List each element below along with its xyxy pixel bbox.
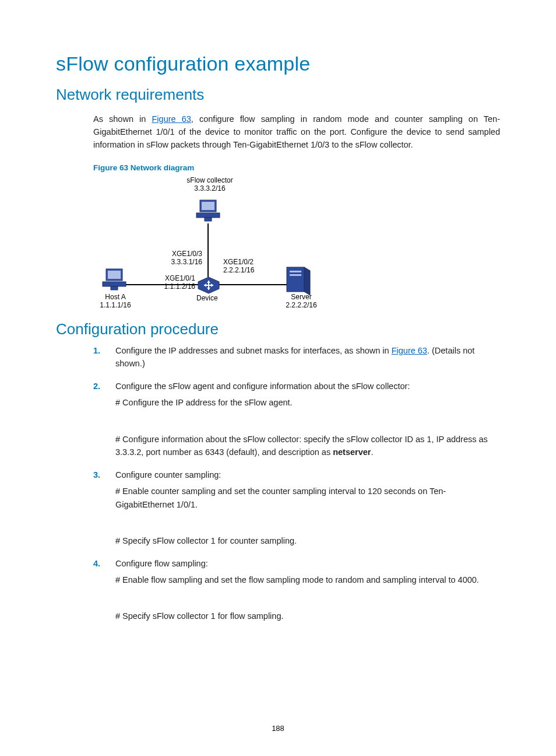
page-number: 188 [0, 724, 556, 733]
page-title: sFlow configuration example [56, 52, 500, 75]
step-1: 1. Configure the IP addresses and subnet… [93, 344, 500, 370]
step-subtext: # Configure the IP address for the sFlow… [115, 396, 500, 409]
diagram-label-xge2: XGE1/0/2 2.2.2.1/16 [223, 258, 254, 275]
step-number: 2. [93, 380, 100, 393]
step-lead: Configure the sFlow agent and configure … [115, 382, 410, 391]
diagram-label-xge1: XGE1/0/1 1.1.1.2/16 [154, 275, 195, 291]
figure-link[interactable]: Figure 63 [152, 114, 191, 124]
network-diagram: sFlow collector 3.3.3.2/16 XGE1/0/3 3.3.… [93, 177, 338, 311]
step-subtext: # Enable flow sampling and set the flow … [115, 573, 500, 586]
steps-list: 1. Configure the IP addresses and subnet… [93, 344, 500, 623]
configuration-procedure-body: 1. Configure the IP addresses and subnet… [93, 344, 500, 623]
section-heading-configuration-procedure: Configuration procedure [56, 320, 500, 338]
text: As shown in [93, 114, 152, 124]
section-heading-network-requirements: Network requirements [56, 86, 500, 104]
text: 3.3.3.2/16 [194, 184, 225, 192]
text: # Configure information about the sFlow … [115, 435, 488, 457]
step-subtext: # Specify sFlow collector 1 for counter … [115, 534, 500, 547]
text: sFlow collector [186, 176, 233, 184]
step-subtext: # Configure information about the sFlow … [115, 433, 500, 459]
text: Host A [105, 293, 125, 301]
text: 1.1.1.1/16 [100, 301, 131, 309]
svg-rect-8 [108, 271, 121, 279]
diagram-label-server: Server 2.2.2.2/16 [281, 293, 322, 310]
svg-rect-14 [290, 274, 301, 276]
step-3: 3. Configure counter sampling: # Enable … [93, 468, 500, 548]
network-requirements-body: As shown in Figure 63, configure flow sa… [93, 113, 500, 311]
text: XGE1/0/1 [165, 274, 195, 282]
text: XGE1/0/2 [223, 258, 254, 266]
step-number: 1. [93, 344, 100, 357]
svg-rect-13 [290, 271, 301, 272]
network-diagram-svg [93, 177, 338, 311]
text: . [371, 447, 374, 457]
svg-rect-9 [103, 282, 126, 286]
text: 3.3.3.1/16 [171, 258, 202, 266]
text-bold: netserver [333, 447, 371, 457]
text: Configure the IP addresses and subnet ma… [115, 346, 392, 355]
step-number: 4. [93, 557, 100, 570]
diagram-label-collector: sFlow collector 3.3.3.2/16 [181, 177, 239, 193]
step-lead: Configure counter sampling: [115, 470, 221, 480]
step-2: 2. Configure the sFlow agent and configu… [93, 380, 500, 459]
svg-rect-10 [111, 286, 118, 290]
text: 1.1.1.2/16 [164, 282, 195, 290]
svg-rect-5 [196, 213, 220, 218]
text: XGE1/0/3 [172, 250, 202, 258]
diagram-label-xge3: XGE1/0/3 3.3.3.1/16 [161, 250, 202, 267]
step-4: 4. Configure flow sampling: # Enable flo… [93, 557, 500, 623]
text: 2.2.2.2/16 [286, 301, 316, 309]
step-subtext: # Enable counter sampling and set the co… [115, 485, 500, 511]
network-requirements-paragraph: As shown in Figure 63, configure flow sa… [93, 113, 500, 152]
document-page: sFlow configuration example Network requ… [0, 0, 556, 667]
svg-marker-12 [304, 267, 310, 295]
step-lead: Configure flow sampling: [115, 559, 208, 568]
step-subtext: # Specify sFlow collector 1 for flow sam… [115, 610, 500, 622]
text: Server [291, 293, 311, 301]
figure-link[interactable]: Figure 63 [392, 346, 427, 355]
step-number: 3. [93, 468, 100, 481]
diagram-label-host-a: Host A 1.1.1.1/16 [98, 293, 133, 310]
diagram-label-device: Device [196, 295, 218, 303]
text: 2.2.2.1/16 [223, 266, 254, 274]
svg-rect-4 [202, 202, 214, 210]
svg-rect-6 [205, 218, 212, 221]
figure-caption: Figure 63 Network diagram [93, 162, 500, 174]
